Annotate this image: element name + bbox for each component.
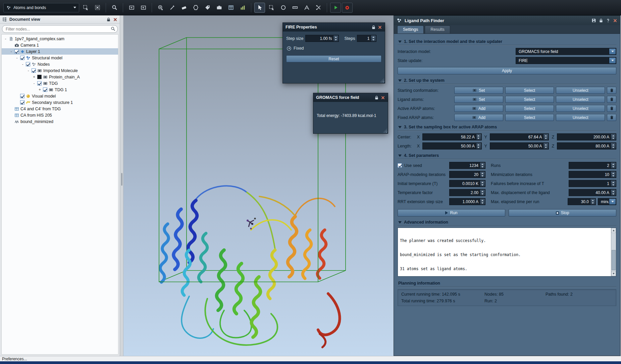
- expander[interactable]: -: [32, 81, 36, 85]
- center-x-input[interactable]: 58.22 A: [422, 133, 482, 140]
- node-checkbox[interactable]: [20, 94, 24, 98]
- node-checkbox[interactable]: [37, 81, 42, 85]
- delete-fixed-arap-atoms-button[interactable]: [607, 114, 616, 121]
- section-header-1[interactable]: 1. Set the interaction model and the sta…: [398, 38, 616, 45]
- tab-settings[interactable]: Settings: [397, 25, 424, 34]
- center-y-input[interactable]: 67.64 A: [490, 133, 549, 140]
- node-checkbox[interactable]: [37, 75, 42, 79]
- reset-button[interactable]: Reset: [286, 55, 381, 62]
- tree-item-structural-model[interactable]: - Structural model: [2, 55, 118, 61]
- delete-ligand-atoms-button[interactable]: [607, 96, 616, 103]
- rrt-step-input[interactable]: 1.0000 A: [449, 198, 485, 205]
- tree-item-tdg1[interactable]: + TDG 1: [2, 86, 118, 93]
- lock-icon[interactable]: [599, 18, 603, 23]
- state-update-dropdown[interactable]: FIRE: [516, 57, 616, 64]
- record-movie-button[interactable]: [342, 3, 353, 13]
- use-seed-checkbox[interactable]: [398, 163, 402, 168]
- node-checkbox[interactable]: [26, 62, 30, 66]
- expander[interactable]: -: [9, 49, 13, 54]
- close-icon[interactable]: [381, 96, 385, 100]
- expander[interactable]: -: [4, 37, 7, 41]
- tree-item-imported-molecule[interactable]: - Imported Molecule: [2, 67, 118, 74]
- tree-item-visual-model[interactable]: Visual model: [2, 93, 118, 99]
- spinner[interactable]: [371, 36, 376, 41]
- expander[interactable]: +: [32, 75, 36, 79]
- stop-button[interactable]: Stop: [509, 209, 616, 217]
- failures-input[interactable]: 1: [569, 180, 616, 187]
- node-checkbox[interactable]: [20, 100, 24, 105]
- center-z-input[interactable]: 200.00 A: [557, 133, 616, 140]
- fixed-radio[interactable]: [287, 46, 291, 51]
- node-checkbox[interactable]: [14, 49, 19, 54]
- angle-measure-button[interactable]: [301, 3, 312, 13]
- edit-wand-button[interactable]: [167, 3, 177, 13]
- spinner[interactable]: [543, 143, 548, 149]
- expander[interactable]: +: [38, 87, 42, 92]
- document-view-header[interactable]: Document view: [0, 15, 120, 24]
- delete-starting-conformation-button[interactable]: [607, 87, 616, 94]
- fire-properties-titlebar[interactable]: FIRE Properties: [283, 23, 385, 32]
- spinner[interactable]: [611, 172, 616, 177]
- arap-iterations-input[interactable]: 20: [449, 171, 485, 178]
- temperature-factor-input[interactable]: 2.00: [449, 189, 485, 196]
- spinner[interactable]: [543, 134, 548, 140]
- play-simulation-button[interactable]: [330, 3, 341, 13]
- spinner[interactable]: [611, 163, 616, 168]
- spinner[interactable]: [480, 163, 485, 168]
- resize-grip[interactable]: [380, 78, 384, 82]
- bond-cut-button[interactable]: [313, 3, 324, 13]
- spinner[interactable]: [480, 199, 485, 204]
- tree-item-conformation[interactable]: bound_minimized: [2, 118, 118, 125]
- data-table-button[interactable]: [225, 3, 236, 13]
- spinner[interactable]: [333, 36, 338, 41]
- help-icon[interactable]: [606, 18, 610, 23]
- spinner[interactable]: [480, 172, 485, 177]
- expander[interactable]: -: [15, 56, 19, 60]
- section-header-advanced[interactable]: Advanced information: [398, 219, 616, 226]
- zoom-to-selection-button[interactable]: [126, 3, 137, 13]
- set-starting-conformation-button[interactable]: Set: [454, 87, 503, 94]
- tree-item-document[interactable]: - 1pv7_ligand_complex.sam: [2, 36, 118, 42]
- runs-input[interactable]: 2: [569, 162, 616, 169]
- label-tag-button[interactable]: [202, 3, 213, 13]
- apply-button[interactable]: Apply: [398, 67, 616, 74]
- panel-splitter[interactable]: [120, 15, 123, 356]
- run-button[interactable]: Run: [398, 209, 505, 217]
- set-ligand-atoms-button[interactable]: Set: [454, 96, 503, 103]
- center-view-button[interactable]: [138, 3, 149, 13]
- tab-results[interactable]: Results: [425, 25, 450, 34]
- pointer-select-button[interactable]: [254, 3, 265, 13]
- max-displacement-input[interactable]: 40.00 A: [569, 189, 616, 196]
- seed-input[interactable]: 1234: [449, 162, 485, 169]
- tree-item-tdg[interactable]: - TDG: [2, 80, 118, 86]
- close-icon[interactable]: [378, 25, 382, 29]
- node-checkbox[interactable]: [43, 87, 47, 92]
- tree-item-layer[interactable]: - Layer 1: [2, 48, 118, 55]
- scroll-up-button[interactable]: [611, 228, 616, 233]
- eraser-button[interactable]: [178, 3, 189, 13]
- steps-input[interactable]: 1: [357, 35, 376, 42]
- max-elapsed-input[interactable]: 30.0: [568, 198, 596, 205]
- box-select-button[interactable]: [266, 3, 277, 13]
- step-size-input[interactable]: 1.00 fs: [305, 35, 339, 42]
- spinner[interactable]: [611, 190, 616, 195]
- spinner[interactable]: [611, 181, 616, 186]
- unselect-starting-conformation-button[interactable]: Unselect: [556, 87, 605, 94]
- tree-item-measurement[interactable]: C4 and C4' from TDG: [2, 106, 118, 112]
- tree-item-nodes[interactable]: - Nodes: [2, 61, 118, 67]
- spinner[interactable]: [476, 143, 481, 149]
- section-header-4[interactable]: 4. Set parameters: [398, 152, 616, 159]
- lock-icon[interactable]: [106, 17, 111, 22]
- spinner[interactable]: [480, 181, 485, 186]
- tree-item-measurement[interactable]: CA from HIS 205: [2, 112, 118, 118]
- save-icon[interactable]: [591, 18, 596, 23]
- length-x-input[interactable]: 50.00 A: [422, 142, 482, 149]
- select-starting-conformation-button[interactable]: Select: [505, 87, 554, 94]
- filter-nodes-input[interactable]: [2, 25, 118, 33]
- expander[interactable]: -: [27, 68, 30, 73]
- chart-button[interactable]: [237, 3, 248, 13]
- add-active-arap-atoms-button[interactable]: Add: [454, 105, 503, 112]
- circle-select-button[interactable]: [278, 3, 289, 13]
- unselect-fixed-arap-atoms-button[interactable]: Unselect: [556, 114, 605, 121]
- section-header-3[interactable]: 3. Set the sampling box for active ARAP …: [398, 124, 616, 131]
